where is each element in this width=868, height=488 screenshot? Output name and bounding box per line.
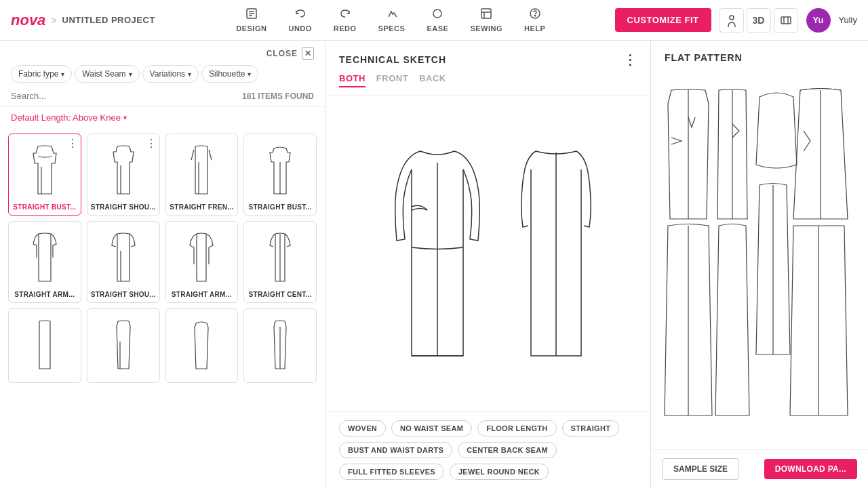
close-button[interactable]: CLOSE ✕ <box>267 47 314 60</box>
flat-pattern-footer: SAMPLE SIZE DOWNLOAD PA... <box>651 449 868 488</box>
nav-tool-help[interactable]: HELP <box>515 3 555 37</box>
brand-area: nova > UNTITLED PROJECT <box>11 12 167 29</box>
right-panel: FLAT PATTERN <box>651 41 868 488</box>
list-item[interactable]: STRAIGHT SHOU... <box>87 221 160 303</box>
technical-sketch-title: TECHNICAL SKETCH <box>339 54 446 65</box>
search-input[interactable] <box>11 91 242 101</box>
svg-point-9 <box>534 15 536 16</box>
more-options-icon[interactable]: ⋮ <box>67 137 78 150</box>
flat-view-button[interactable] <box>774 8 798 33</box>
chevron-down-icon: ▾ <box>129 70 132 78</box>
tag: NO WAIST SEAM <box>391 420 472 436</box>
silhouette-label: Silhouette <box>209 69 245 79</box>
sketch-area <box>326 96 650 411</box>
nav-tool-undo[interactable]: UNDO <box>279 3 321 37</box>
tab-back[interactable]: BACK <box>419 73 446 87</box>
list-item[interactable] <box>243 308 317 383</box>
item-sketch <box>178 314 225 375</box>
nav-tool-ease[interactable]: EASE <box>417 3 458 37</box>
main-layout: CLOSE ✕ Fabric type ▾ Waist Seam ▾ Varia… <box>0 41 868 488</box>
technical-sketch-header: TECHNICAL SKETCH ⋮ <box>326 41 650 73</box>
user-name[interactable]: Yuliy <box>839 15 857 25</box>
3d-view-button[interactable]: 3D <box>747 8 771 33</box>
nav-tools: DESIGN UNDO REDO <box>167 3 615 37</box>
more-options-button[interactable]: ⋮ <box>623 52 637 68</box>
design-icon <box>245 7 258 23</box>
close-label: CLOSE <box>267 49 298 58</box>
waist-seam-label: Waist Seam <box>82 69 125 79</box>
list-item[interactable]: STRAIGHT CENT... <box>243 221 317 303</box>
list-item[interactable]: STRAIGHT ARM... <box>8 221 81 303</box>
tag: FLOOR LENGTH <box>477 420 556 436</box>
tag: WOVEN <box>339 420 386 436</box>
close-icon: ✕ <box>302 47 314 60</box>
chevron-down-icon: ▾ <box>188 70 191 78</box>
panel-close-bar: CLOSE ✕ <box>0 41 325 62</box>
variations-filter[interactable]: Variations ▾ <box>142 65 199 83</box>
default-length-selector[interactable]: Default Length: Above Knee ▾ <box>0 107 325 128</box>
list-item[interactable]: STRAIGHT ARM... <box>165 221 239 303</box>
nav-tool-sewing[interactable]: SEWING <box>460 3 512 37</box>
nav-tool-redo[interactable]: REDO <box>324 3 366 37</box>
fabric-type-filter[interactable]: Fabric type ▾ <box>11 65 72 83</box>
list-item[interactable]: STRAIGHT FREN... <box>165 134 239 216</box>
item-label: STRAIGHT BUST... <box>249 203 312 211</box>
item-sketch <box>21 140 68 201</box>
top-navigation: nova > UNTITLED PROJECT DESIGN <box>0 0 868 41</box>
undo-icon <box>294 7 307 23</box>
list-item[interactable]: ⋮ STRAIGHT SHOU... <box>87 134 160 216</box>
item-sketch <box>21 227 68 288</box>
tag: BUST AND WAIST DARTS <box>339 442 452 458</box>
redo-label: REDO <box>334 24 357 33</box>
item-sketch <box>100 140 147 201</box>
sewing-icon <box>480 7 492 23</box>
item-sketch <box>100 314 147 375</box>
view-tabs: BOTH FRONT BACK <box>326 73 650 96</box>
redo-icon <box>339 7 351 23</box>
ease-label: EASE <box>427 24 448 33</box>
item-label: STRAIGHT BUST... <box>13 203 76 211</box>
front-dress-sketch <box>383 146 492 363</box>
silhouette-filter[interactable]: Silhouette ▾ <box>201 65 258 83</box>
middle-panel: TECHNICAL SKETCH ⋮ BOTH FRONT BACK <box>326 41 651 488</box>
filter-bar: Fabric type ▾ Waist Seam ▾ Variations ▾ … <box>0 62 325 88</box>
chevron-down-icon: ▾ <box>61 70 64 78</box>
item-label: STRAIGHT SHOU... <box>91 203 156 211</box>
items-count: 181 ITEMS FOUND <box>242 92 314 101</box>
project-name: UNTITLED PROJECT <box>62 15 155 25</box>
specs-icon <box>386 7 398 23</box>
tag: STRAIGHT <box>562 420 620 436</box>
tab-both[interactable]: BOTH <box>339 73 366 87</box>
mannequin-view-button[interactable] <box>719 8 744 33</box>
undo-label: UNDO <box>288 24 311 33</box>
item-sketch <box>178 140 225 201</box>
list-item[interactable] <box>165 308 239 383</box>
list-item[interactable]: ⋮ STRAIGHT BUST... <box>8 134 81 216</box>
user-avatar[interactable]: Yu <box>806 8 831 33</box>
flat-pattern-area <box>651 69 868 449</box>
tags-bar: WOVEN NO WAIST SEAM FLOOR LENGTH STRAIGH… <box>326 411 650 488</box>
tag: FULL FITTED SLEEVES <box>339 464 444 480</box>
item-label: STRAIGHT ARM... <box>172 291 232 298</box>
variations-label: Variations <box>150 69 185 79</box>
chevron-down-icon: ▾ <box>123 114 127 121</box>
nav-tool-specs[interactable]: SPECS <box>369 3 415 37</box>
chevron-down-icon: ▾ <box>248 70 251 78</box>
list-item[interactable] <box>8 308 81 383</box>
nav-tool-design[interactable]: DESIGN <box>226 3 276 37</box>
help-label: HELP <box>524 24 545 33</box>
download-pattern-button[interactable]: DOWNLOAD PA... <box>764 459 857 479</box>
item-label: STRAIGHT ARM... <box>14 291 75 298</box>
help-icon <box>529 7 541 23</box>
sample-size-button[interactable]: SAMPLE SIZE <box>662 458 739 480</box>
list-item[interactable] <box>87 308 160 383</box>
items-grid: ⋮ STRAIGHT BUST... ⋮ <box>0 128 325 488</box>
customize-fit-button[interactable]: CUSTOMIZE FIT <box>615 8 711 32</box>
item-sketch <box>21 314 68 375</box>
tab-front[interactable]: FRONT <box>376 73 408 87</box>
waist-seam-filter[interactable]: Waist Seam ▾ <box>75 65 139 83</box>
more-options-icon[interactable]: ⋮ <box>146 137 157 150</box>
search-bar: 181 ITEMS FOUND <box>0 88 325 107</box>
list-item[interactable]: STRAIGHT BUST... <box>243 134 317 216</box>
fabric-type-label: Fabric type <box>18 69 58 79</box>
